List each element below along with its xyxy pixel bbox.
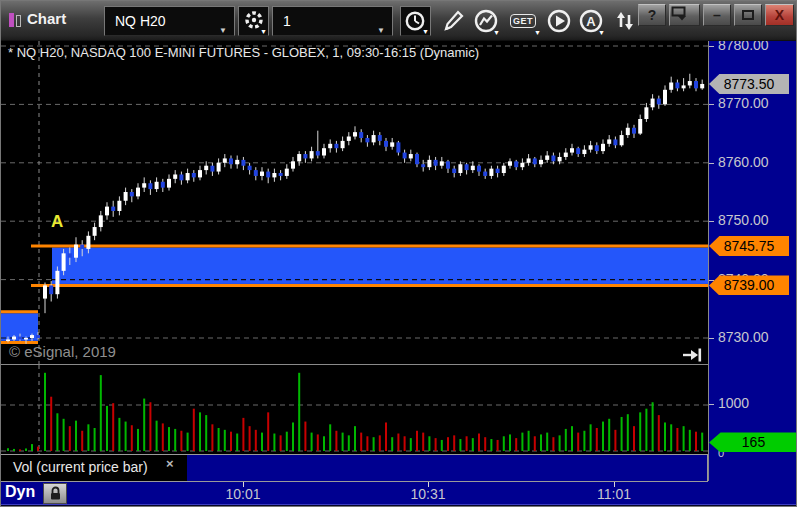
- help-icon: ?: [648, 7, 657, 23]
- price-chart-canvas[interactable]: [1, 41, 708, 364]
- price-axis-label: 8780.00: [718, 41, 769, 53]
- volume-label-row: Vol (current price bar) ×: [1, 454, 708, 481]
- time-axis-label: 11:01: [597, 486, 631, 502]
- price-axis-label: 8760.00: [718, 154, 769, 170]
- time-axis-label: 10:01: [225, 486, 260, 502]
- minimize-icon: –: [713, 7, 721, 23]
- axis-spacer: [187, 455, 708, 481]
- chevron-down-icon: ▼: [422, 28, 429, 35]
- dock-window-button[interactable]: [669, 4, 700, 26]
- help-button[interactable]: ?: [638, 4, 666, 26]
- price-axis-label: 8750.00: [718, 212, 769, 228]
- chevron-down-icon: ▼: [493, 29, 500, 36]
- zone-top-price-tag: 8745.75: [709, 236, 789, 256]
- axis-tick: [614, 482, 615, 487]
- titlebar: Chart NQ H20 ▼ ▼ 1 ▼ ▼: [1, 1, 797, 41]
- volume-axis-label: 1000: [718, 395, 749, 411]
- replay-play-button[interactable]: [543, 6, 574, 36]
- chevron-down-icon: ▼: [260, 28, 267, 35]
- time-template-button[interactable]: ▼: [400, 6, 431, 36]
- interval-value: 1: [283, 13, 291, 29]
- chevron-down-icon: ▼: [598, 29, 605, 36]
- axis-tick: [243, 482, 244, 487]
- last-price-tag: 8773.50: [709, 74, 789, 94]
- trend-tools-button[interactable]: ▼: [470, 6, 501, 36]
- chart-app-icon: [9, 13, 21, 27]
- chart-window: Chart NQ H20 ▼ ▼ 1 ▼ ▼: [0, 0, 797, 507]
- copyright-watermark: © eSignal, 2019: [9, 343, 116, 360]
- close-indicator-icon[interactable]: ×: [166, 456, 174, 471]
- axis-tick: [709, 221, 714, 222]
- price-axis-label: 8730.00: [718, 329, 769, 345]
- draw-tool-button[interactable]: [437, 6, 468, 36]
- lock-timeframe-button[interactable]: [43, 483, 67, 504]
- window-title: Chart: [27, 10, 66, 27]
- time-axis-row[interactable]: Dyn 10:0110:3111:01: [1, 481, 797, 507]
- maximize-button[interactable]: [734, 4, 762, 26]
- pencil-icon: [440, 8, 466, 34]
- arrow-to-bar-icon: [682, 347, 702, 363]
- symbol-settings-button[interactable]: ▼: [238, 6, 269, 36]
- get-data-button[interactable]: GET ▼: [504, 6, 542, 36]
- axis-tick: [709, 404, 714, 405]
- zone-bottom-price-tag: 8739.00: [709, 275, 789, 295]
- dock-window-icon: [670, 5, 688, 21]
- minimize-button[interactable]: –: [703, 4, 731, 26]
- axis-tick: [709, 280, 714, 281]
- symbol-value: NQ H20: [115, 13, 166, 29]
- interval-combobox[interactable]: 1 ▼: [272, 6, 393, 36]
- volume-pane[interactable]: [1, 364, 708, 454]
- axis-tick: [709, 338, 714, 339]
- svg-text:A: A: [586, 14, 596, 29]
- indicator-label-box: Vol (current price bar) ×: [1, 455, 187, 481]
- volume-chart-canvas[interactable]: [1, 365, 708, 454]
- dynamic-mode-label: Dyn: [5, 483, 35, 501]
- close-icon: X: [775, 7, 784, 23]
- price-axis-label: 8770.00: [718, 95, 769, 111]
- maximize-icon: [742, 10, 754, 20]
- chevron-down-icon: ▼: [534, 29, 541, 36]
- indicator-label: Vol (current price bar): [13, 459, 148, 475]
- price-pane[interactable]: * NQ H20, NASDAQ 100 E-MINI FUTURES - GL…: [1, 41, 708, 364]
- time-axis-label: 10:31: [410, 486, 445, 502]
- axis-tick: [428, 482, 429, 487]
- swap-arrows-icon: [612, 8, 638, 34]
- get-icon: GET: [510, 14, 536, 28]
- swap-symbol-button[interactable]: [609, 6, 640, 36]
- axis-tick: [709, 46, 714, 47]
- lock-icon: [48, 486, 63, 501]
- symbol-combobox[interactable]: NQ H20 ▼: [104, 6, 235, 36]
- divider: [1, 481, 708, 482]
- go-to-last-bar-button[interactable]: [682, 347, 702, 363]
- last-volume-tag: 165: [709, 432, 797, 452]
- axis-tick: [709, 163, 714, 164]
- close-button[interactable]: X: [765, 4, 794, 26]
- auto-analysis-button[interactable]: A ▼: [575, 6, 606, 36]
- axis-tick: [709, 104, 714, 105]
- chart-title-line: * NQ H20, NASDAQ 100 E-MINI FUTURES - GL…: [8, 45, 479, 60]
- price-axis[interactable]: 8780.008770.008760.008750.008740.008730.…: [708, 41, 797, 481]
- play-icon: [546, 8, 572, 34]
- trade-marker-a: A: [51, 212, 63, 232]
